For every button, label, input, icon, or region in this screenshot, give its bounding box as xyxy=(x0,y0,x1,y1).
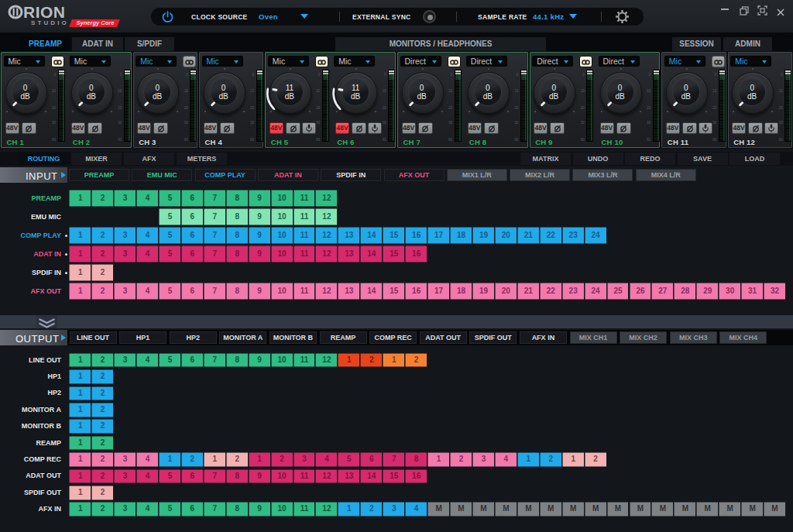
svg-text:RION: RION xyxy=(23,3,66,21)
svg-text:STUDIO: STUDIO xyxy=(31,19,69,26)
